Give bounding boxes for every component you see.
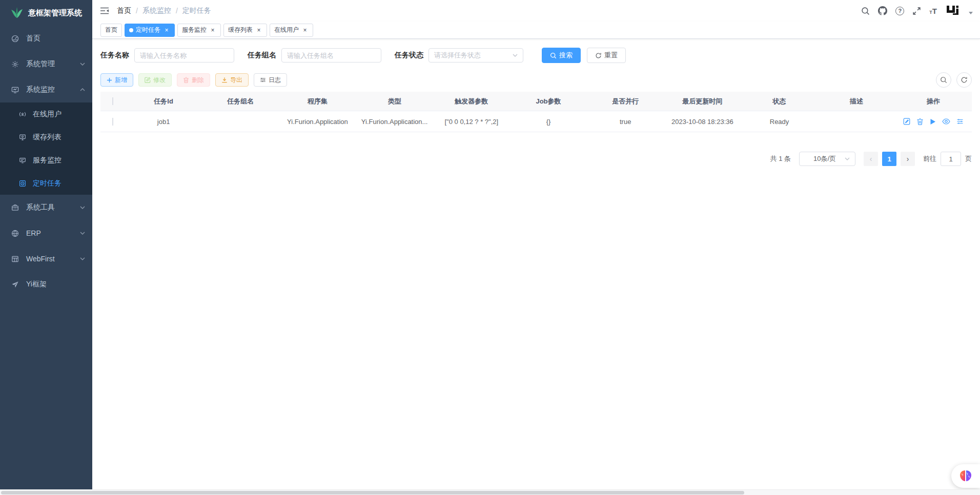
breadcrumb-separator: / [136,7,138,15]
app-logo[interactable]: 意框架管理系统 [0,0,92,26]
cell-type: Yi.Furion.Application... [356,118,433,126]
add-button-label: 新增 [115,76,127,85]
horizontal-scrollbar-thumb[interactable] [1,491,744,494]
delete-button[interactable]: 删除 [177,73,210,87]
assistant-pill[interactable] [951,464,980,488]
column-header-trigger-params: 触发器参数 [433,97,510,106]
close-icon[interactable]: × [255,27,262,34]
sidebar: 意框架管理系统 首页 系统管理 [0,0,92,495]
log-button-label: 日志 [269,76,281,85]
tab-online-users[interactable]: 在线用户 × [270,24,313,37]
task-group-input[interactable] [281,48,381,63]
cell-trigger-params: ["0 0 0,12 ? * ?",2] [433,118,510,126]
sidebar-item-home[interactable]: 首页 [0,26,92,51]
pagination: 共 1 条 10条/页 ‹ 1 › 前往 页 [100,152,972,166]
sidebar-item-label: 系统工具 [26,203,80,212]
timer-icon [18,180,26,187]
tab-home[interactable]: 首页 [100,24,122,37]
prev-page-button[interactable]: ‹ [864,152,878,166]
delete-button-label: 删除 [192,76,204,85]
toggle-search-button[interactable] [936,72,951,88]
select-all-checkbox[interactable] [112,97,113,105]
sidebar-item-scheduled-tasks[interactable]: 定时任务 [0,172,92,195]
search-button[interactable]: 搜索 [542,48,581,63]
page-number-1[interactable]: 1 [882,152,896,166]
sidebar-item-system-monitor[interactable]: 系统监控 [0,77,92,102]
tab-label: 服务监控 [182,26,207,34]
next-page-button[interactable]: › [901,152,915,166]
tab-scheduled-tasks[interactable]: 定时任务 × [125,24,175,37]
task-name-input[interactable] [134,48,234,63]
table-row[interactable]: job1 Yi.Furion.Application Yi.Furion.App… [100,111,972,132]
task-status-label: 任务状态 [395,51,423,60]
column-header-status: 状态 [741,97,818,106]
tab-label: 缓存列表 [228,26,253,34]
refresh-table-button[interactable] [956,72,972,88]
sidebar-item-label: Yi框架 [26,280,85,289]
help-icon[interactable]: ? [895,7,904,15]
goto-label: 前往 [923,154,936,163]
tab-service-monitor[interactable]: 服务监控 × [177,24,221,37]
search-icon[interactable] [861,7,870,15]
row-run-icon[interactable] [930,118,936,125]
sidebar-item-service-monitor[interactable]: 服务监控 [0,149,92,172]
task-group-label: 任务组名 [248,51,276,60]
row-view-icon[interactable] [942,118,950,125]
close-icon[interactable]: × [209,27,216,34]
sidebar-item-online-users[interactable]: 在线用户 [0,102,92,126]
close-icon[interactable]: × [163,27,170,34]
search-button-label: 搜索 [559,51,573,60]
column-header-assembly: 程序集 [279,97,356,106]
row-checkbox[interactable] [112,118,113,126]
font-size-big-glyph: T [932,7,937,15]
row-more-icon[interactable] [956,118,964,125]
sidebar-item-yi-framework[interactable]: Yi框架 [0,272,92,297]
row-delete-icon[interactable] [916,118,924,125]
goto-page-input[interactable] [941,152,961,166]
user-menu-caret-icon[interactable] [969,12,973,14]
cell-task-id: job1 [125,118,202,126]
grid-icon [11,255,19,263]
column-header-actions: 操作 [895,97,972,106]
row-edit-icon[interactable] [903,118,910,125]
close-icon[interactable]: × [301,27,309,34]
fullscreen-icon[interactable] [912,7,921,15]
online-user-icon [18,111,26,118]
sidebar-collapse-button[interactable] [92,7,117,15]
trash-icon [183,77,189,83]
add-button[interactable]: 新增 [100,73,133,87]
task-status-select[interactable]: 请选择任务状态 [428,48,523,63]
export-button-label: 导出 [230,76,242,85]
sidebar-item-label: ERP [26,229,80,237]
globe-icon [11,230,19,237]
reset-button[interactable]: 重置 [587,48,626,63]
sidebar-item-cache-list[interactable]: 缓存列表 [0,126,92,149]
sidebar-item-erp[interactable]: ERP [0,220,92,246]
github-icon[interactable] [878,6,887,15]
page-size-value: 10条/页 [805,154,845,163]
server-screen-icon [18,157,26,164]
dashboard-icon [11,35,19,43]
cell-updated-at: 2023-10-08 18:23:36 [664,118,741,126]
breadcrumb-home[interactable]: 首页 [117,6,131,15]
sidebar-item-system-management[interactable]: 系统管理 [0,51,92,77]
sidebar-item-webfirst[interactable]: WebFirst [0,246,92,272]
sidebar-item-system-tools[interactable]: 系统工具 [0,195,92,220]
export-button[interactable]: 导出 [215,73,249,87]
font-size-icon[interactable]: TT [929,7,937,15]
cell-assembly: Yi.Furion.Application [279,118,356,126]
table-header-row: 任务Id 任务组名 程序集 类型 触发器参数 Job参数 是否并行 最后更新时间… [100,92,972,111]
edit-button[interactable]: 修改 [138,73,172,87]
filter-form: 任务名称 任务组名 任务状态 请选择任务状态 搜索 [100,48,972,63]
filter-task-name: 任务名称 [100,48,234,63]
avatar[interactable] [945,3,961,18]
brain-icon [958,469,973,483]
cell-job-params: {} [510,118,587,126]
tab-cache-list[interactable]: 缓存列表 × [223,24,267,37]
app-title: 意框架管理系统 [28,8,82,18]
column-header-job-params: Job参数 [510,97,587,106]
tab-label: 在线用户 [274,26,299,34]
page-size-select[interactable]: 10条/页 [799,152,855,166]
pagination-total: 共 1 条 [770,154,791,163]
log-button[interactable]: 日志 [254,73,287,87]
